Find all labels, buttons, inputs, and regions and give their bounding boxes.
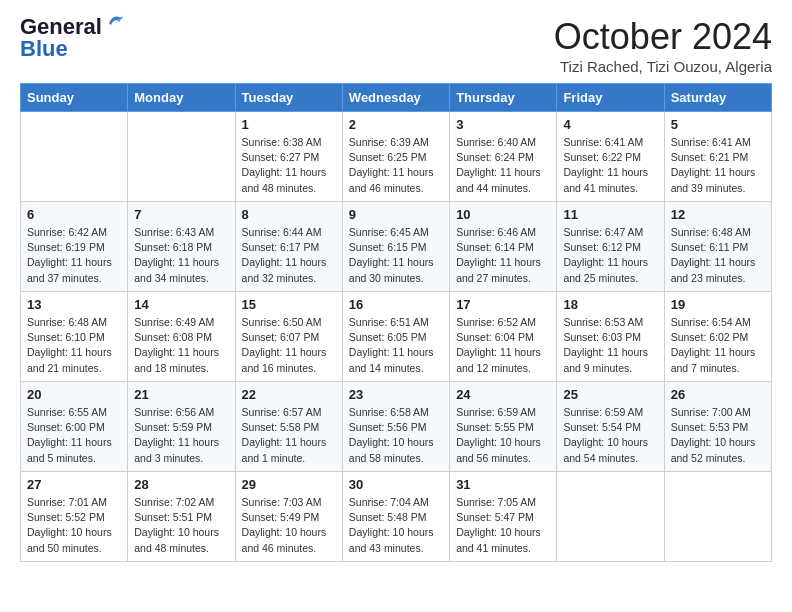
table-row: 7Sunrise: 6:43 AMSunset: 6:18 PMDaylight… bbox=[128, 202, 235, 292]
day-info: Sunrise: 6:52 AMSunset: 6:04 PMDaylight:… bbox=[456, 315, 550, 376]
table-row: 6Sunrise: 6:42 AMSunset: 6:19 PMDaylight… bbox=[21, 202, 128, 292]
day-info: Sunrise: 6:51 AMSunset: 6:05 PMDaylight:… bbox=[349, 315, 443, 376]
table-row: 9Sunrise: 6:45 AMSunset: 6:15 PMDaylight… bbox=[342, 202, 449, 292]
table-row: 21Sunrise: 6:56 AMSunset: 5:59 PMDayligh… bbox=[128, 382, 235, 472]
table-row: 13Sunrise: 6:48 AMSunset: 6:10 PMDayligh… bbox=[21, 292, 128, 382]
day-number: 15 bbox=[242, 297, 336, 312]
day-number: 22 bbox=[242, 387, 336, 402]
calendar-week-row: 27Sunrise: 7:01 AMSunset: 5:52 PMDayligh… bbox=[21, 472, 772, 562]
day-info: Sunrise: 7:01 AMSunset: 5:52 PMDaylight:… bbox=[27, 495, 121, 556]
table-row: 31Sunrise: 7:05 AMSunset: 5:47 PMDayligh… bbox=[450, 472, 557, 562]
logo-general-text: General bbox=[20, 16, 102, 38]
table-row: 11Sunrise: 6:47 AMSunset: 6:12 PMDayligh… bbox=[557, 202, 664, 292]
day-number: 5 bbox=[671, 117, 765, 132]
table-row: 30Sunrise: 7:04 AMSunset: 5:48 PMDayligh… bbox=[342, 472, 449, 562]
day-info: Sunrise: 7:03 AMSunset: 5:49 PMDaylight:… bbox=[242, 495, 336, 556]
day-info: Sunrise: 7:05 AMSunset: 5:47 PMDaylight:… bbox=[456, 495, 550, 556]
month-title: October 2024 bbox=[554, 16, 772, 58]
table-row: 15Sunrise: 6:50 AMSunset: 6:07 PMDayligh… bbox=[235, 292, 342, 382]
table-row: 26Sunrise: 7:00 AMSunset: 5:53 PMDayligh… bbox=[664, 382, 771, 472]
day-number: 2 bbox=[349, 117, 443, 132]
day-info: Sunrise: 6:46 AMSunset: 6:14 PMDaylight:… bbox=[456, 225, 550, 286]
table-row: 27Sunrise: 7:01 AMSunset: 5:52 PMDayligh… bbox=[21, 472, 128, 562]
calendar-header-row: Sunday Monday Tuesday Wednesday Thursday… bbox=[21, 84, 772, 112]
day-info: Sunrise: 6:48 AMSunset: 6:10 PMDaylight:… bbox=[27, 315, 121, 376]
table-row: 14Sunrise: 6:49 AMSunset: 6:08 PMDayligh… bbox=[128, 292, 235, 382]
table-row bbox=[664, 472, 771, 562]
location: Tizi Rached, Tizi Ouzou, Algeria bbox=[554, 58, 772, 75]
table-row: 25Sunrise: 6:59 AMSunset: 5:54 PMDayligh… bbox=[557, 382, 664, 472]
day-info: Sunrise: 7:00 AMSunset: 5:53 PMDaylight:… bbox=[671, 405, 765, 466]
day-info: Sunrise: 6:55 AMSunset: 6:00 PMDaylight:… bbox=[27, 405, 121, 466]
title-area: October 2024 Tizi Rached, Tizi Ouzou, Al… bbox=[554, 16, 772, 75]
day-number: 19 bbox=[671, 297, 765, 312]
day-number: 25 bbox=[563, 387, 657, 402]
table-row: 2Sunrise: 6:39 AMSunset: 6:25 PMDaylight… bbox=[342, 112, 449, 202]
col-wednesday: Wednesday bbox=[342, 84, 449, 112]
day-info: Sunrise: 6:48 AMSunset: 6:11 PMDaylight:… bbox=[671, 225, 765, 286]
table-row: 16Sunrise: 6:51 AMSunset: 6:05 PMDayligh… bbox=[342, 292, 449, 382]
table-row: 22Sunrise: 6:57 AMSunset: 5:58 PMDayligh… bbox=[235, 382, 342, 472]
table-row: 28Sunrise: 7:02 AMSunset: 5:51 PMDayligh… bbox=[128, 472, 235, 562]
calendar-table: Sunday Monday Tuesday Wednesday Thursday… bbox=[20, 83, 772, 562]
col-sunday: Sunday bbox=[21, 84, 128, 112]
day-info: Sunrise: 6:42 AMSunset: 6:19 PMDaylight:… bbox=[27, 225, 121, 286]
day-info: Sunrise: 6:39 AMSunset: 6:25 PMDaylight:… bbox=[349, 135, 443, 196]
table-row: 17Sunrise: 6:52 AMSunset: 6:04 PMDayligh… bbox=[450, 292, 557, 382]
table-row: 20Sunrise: 6:55 AMSunset: 6:00 PMDayligh… bbox=[21, 382, 128, 472]
day-number: 11 bbox=[563, 207, 657, 222]
day-info: Sunrise: 6:43 AMSunset: 6:18 PMDaylight:… bbox=[134, 225, 228, 286]
table-row bbox=[128, 112, 235, 202]
day-number: 28 bbox=[134, 477, 228, 492]
day-number: 3 bbox=[456, 117, 550, 132]
table-row: 23Sunrise: 6:58 AMSunset: 5:56 PMDayligh… bbox=[342, 382, 449, 472]
logo: General Blue bbox=[20, 16, 127, 60]
day-number: 6 bbox=[27, 207, 121, 222]
col-thursday: Thursday bbox=[450, 84, 557, 112]
day-info: Sunrise: 6:47 AMSunset: 6:12 PMDaylight:… bbox=[563, 225, 657, 286]
day-number: 24 bbox=[456, 387, 550, 402]
table-row: 24Sunrise: 6:59 AMSunset: 5:55 PMDayligh… bbox=[450, 382, 557, 472]
header: General Blue October 2024 Tizi Rached, T… bbox=[20, 16, 772, 75]
day-number: 30 bbox=[349, 477, 443, 492]
day-number: 21 bbox=[134, 387, 228, 402]
table-row: 10Sunrise: 6:46 AMSunset: 6:14 PMDayligh… bbox=[450, 202, 557, 292]
calendar-week-row: 20Sunrise: 6:55 AMSunset: 6:00 PMDayligh… bbox=[21, 382, 772, 472]
day-number: 16 bbox=[349, 297, 443, 312]
day-number: 14 bbox=[134, 297, 228, 312]
day-info: Sunrise: 6:45 AMSunset: 6:15 PMDaylight:… bbox=[349, 225, 443, 286]
calendar-week-row: 1Sunrise: 6:38 AMSunset: 6:27 PMDaylight… bbox=[21, 112, 772, 202]
day-info: Sunrise: 6:59 AMSunset: 5:55 PMDaylight:… bbox=[456, 405, 550, 466]
col-tuesday: Tuesday bbox=[235, 84, 342, 112]
day-info: Sunrise: 6:41 AMSunset: 6:22 PMDaylight:… bbox=[563, 135, 657, 196]
day-info: Sunrise: 6:49 AMSunset: 6:08 PMDaylight:… bbox=[134, 315, 228, 376]
table-row: 18Sunrise: 6:53 AMSunset: 6:03 PMDayligh… bbox=[557, 292, 664, 382]
day-number: 20 bbox=[27, 387, 121, 402]
day-number: 10 bbox=[456, 207, 550, 222]
day-info: Sunrise: 6:58 AMSunset: 5:56 PMDaylight:… bbox=[349, 405, 443, 466]
table-row bbox=[557, 472, 664, 562]
day-number: 23 bbox=[349, 387, 443, 402]
day-number: 7 bbox=[134, 207, 228, 222]
col-monday: Monday bbox=[128, 84, 235, 112]
day-number: 27 bbox=[27, 477, 121, 492]
day-info: Sunrise: 7:04 AMSunset: 5:48 PMDaylight:… bbox=[349, 495, 443, 556]
day-number: 31 bbox=[456, 477, 550, 492]
table-row: 19Sunrise: 6:54 AMSunset: 6:02 PMDayligh… bbox=[664, 292, 771, 382]
calendar-week-row: 6Sunrise: 6:42 AMSunset: 6:19 PMDaylight… bbox=[21, 202, 772, 292]
day-info: Sunrise: 6:38 AMSunset: 6:27 PMDaylight:… bbox=[242, 135, 336, 196]
table-row: 12Sunrise: 6:48 AMSunset: 6:11 PMDayligh… bbox=[664, 202, 771, 292]
day-number: 13 bbox=[27, 297, 121, 312]
day-number: 8 bbox=[242, 207, 336, 222]
table-row: 1Sunrise: 6:38 AMSunset: 6:27 PMDaylight… bbox=[235, 112, 342, 202]
day-number: 26 bbox=[671, 387, 765, 402]
logo-blue-text: Blue bbox=[20, 38, 68, 60]
day-info: Sunrise: 6:59 AMSunset: 5:54 PMDaylight:… bbox=[563, 405, 657, 466]
day-info: Sunrise: 7:02 AMSunset: 5:51 PMDaylight:… bbox=[134, 495, 228, 556]
day-info: Sunrise: 6:44 AMSunset: 6:17 PMDaylight:… bbox=[242, 225, 336, 286]
day-info: Sunrise: 6:53 AMSunset: 6:03 PMDaylight:… bbox=[563, 315, 657, 376]
calendar-week-row: 13Sunrise: 6:48 AMSunset: 6:10 PMDayligh… bbox=[21, 292, 772, 382]
day-number: 4 bbox=[563, 117, 657, 132]
day-number: 12 bbox=[671, 207, 765, 222]
day-info: Sunrise: 6:50 AMSunset: 6:07 PMDaylight:… bbox=[242, 315, 336, 376]
